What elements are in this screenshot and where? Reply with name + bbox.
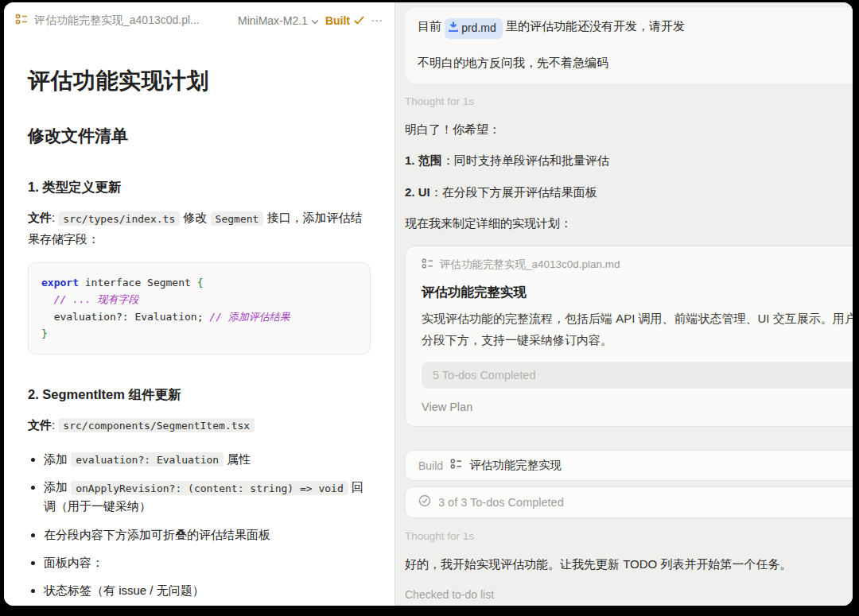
check-icon	[354, 14, 364, 27]
plan-card-desc-line-2: 分段下方，支持一键采纳修订内容。	[422, 329, 853, 351]
bold-text-run: 文件	[28, 418, 52, 432]
plan-card-header: 评估功能完整实现_a4013c0d.plan.md	[422, 258, 853, 272]
file-download-icon	[449, 19, 458, 37]
assistant-message: 好的，我开始实现评估功能。让我先更新 TODO 列表并开始第一个任务。	[405, 555, 853, 573]
assistant-message: 明白了！你希望：	[405, 120, 853, 138]
doc-subsection-2-heading: 2. SegmentItem 组件更新	[28, 386, 371, 404]
code-brace-open: {	[197, 277, 204, 289]
inline-code: evaluation?: Evaluation	[71, 452, 223, 467]
plan-filename: 评估功能完整实现_a4013c0d.pl...	[34, 14, 200, 28]
file-reference-chip[interactable]: prd.md	[445, 18, 503, 39]
plan-card-desc-line-1: 实现评估功能的完整流程，包括后端 API 调用、前端状态管理、UI 交互展示。用…	[422, 308, 853, 329]
doc-title: 评估功能实现计划	[28, 66, 371, 96]
checklist-icon	[450, 458, 462, 473]
text-run: 里的评估功能还没有开发，请开发	[503, 19, 685, 33]
chat-column: 目前 prd.md 里的评估功能还没有开发，请开发 不明白的地方反问我，先不着急…	[405, 7, 853, 606]
checked-todo-toggle[interactable]: Checked to-do list	[405, 588, 853, 601]
inline-code: onApplyRevision?: (content: string) => v…	[71, 481, 348, 495]
inline-code: src/types/index.ts	[58, 211, 180, 226]
bold-text-run: 1. 范围	[405, 153, 442, 167]
inline-code: src/components/SegmentItem.tsx	[58, 418, 255, 432]
checklist-icon	[422, 258, 433, 272]
text-run: 属性	[223, 452, 251, 466]
text-run: 添加	[44, 452, 71, 466]
build-status-button[interactable]: Built	[325, 14, 364, 27]
user-message-line-2: 不明白的地方反问我，先不着急编码	[418, 54, 853, 72]
list-item: 添加 onApplyRevision?: (content: string) =…	[44, 478, 371, 517]
user-message-line-1: 目前 prd.md 里的评估功能还没有开发，请开发	[418, 17, 853, 39]
bold-text-run: 文件	[28, 211, 52, 224]
checklist-icon	[15, 13, 28, 29]
thought-toggle-1[interactable]: Thought for 1s	[405, 95, 853, 107]
todos-completed-label: 3 of 3 To-dos Completed	[438, 496, 564, 509]
plan-card[interactable]: 评估功能完整实现_a4013c0d.plan.md 评估功能完整实现 实现评估功…	[405, 246, 853, 427]
code-comment-2: // 添加评估结果	[209, 311, 290, 323]
code-text: evaluation?: Evaluation;	[54, 311, 210, 323]
chat-panel: 目前 prd.md 里的评估功能还没有开发，请开发 不明白的地方反问我，先不着急…	[395, 2, 853, 606]
circle-check-icon	[418, 494, 431, 510]
todos-completed-pill[interactable]: 3 of 3 To-dos Completed	[405, 486, 853, 518]
plan-card-filename: 评估功能完整实现_a4013c0d.plan.md	[440, 258, 620, 272]
plan-card-title: 评估功能完整实现	[422, 284, 853, 301]
doc-file-paragraph-2: 文件: src/components/SegmentItem.tsx	[28, 414, 371, 436]
more-menu-button[interactable]: ⋯	[371, 14, 383, 28]
code-text: interface Segment	[79, 277, 197, 289]
code-keyword: export	[41, 277, 79, 289]
build-status-label: Built	[325, 14, 350, 27]
text-run: ：同时支持单段评估和批量评估	[442, 153, 609, 167]
text-run: 添加	[44, 480, 71, 494]
user-message-bubble: 目前 prd.md 里的评估功能还没有开发，请开发 不明白的地方反问我，先不着急…	[405, 7, 853, 83]
list-item: 在分段内容下方添加可折叠的评估结果面板	[44, 525, 371, 544]
code-brace-close: }	[41, 327, 48, 339]
plan-document-panel: 评估功能完整实现_a4013c0d.pl... MiniMax-M2.1 Bui…	[4, 2, 395, 606]
list-item: 面板内容：	[44, 553, 371, 572]
text-run: 目前	[418, 19, 445, 33]
assistant-message: 1. 范围：同时支持单段评估和批量评估	[405, 151, 853, 169]
file-chip-label: prd.md	[461, 20, 496, 37]
plan-document-header: 评估功能完整实现_a4013c0d.pl... MiniMax-M2.1 Bui…	[4, 2, 395, 39]
app-window: 评估功能完整实现_a4013c0d.pl... MiniMax-M2.1 Bui…	[4, 2, 853, 606]
doc-file-paragraph-1: 文件: src/types/index.ts 修改 Segment 接口，添加评…	[28, 207, 371, 250]
thought-toggle-2[interactable]: Thought for 1s	[405, 530, 853, 542]
build-pill[interactable]: Build 评估功能完整实现	[405, 450, 853, 481]
inline-code: Segment	[211, 211, 264, 226]
model-name: MiniMax-M2.1	[238, 14, 308, 27]
assistant-message: 2. UI：在分段下方展开评估结果面板	[405, 183, 853, 201]
build-pill-label: Build	[418, 459, 443, 472]
text-run: 状态标签（有 issue / 无问题）	[44, 583, 204, 597]
list-item: 状态标签（有 issue / 无问题）	[44, 581, 371, 600]
build-pill-title: 评估功能完整实现	[469, 458, 562, 473]
view-plan-link[interactable]: View Plan	[422, 401, 853, 413]
text-run: 面板内容：	[44, 556, 103, 569]
code-block: export interface Segment {// ... 现有字段eva…	[28, 262, 371, 354]
text-run: ：在分段下方展开评估结果面板	[430, 185, 597, 199]
plan-document-body: 评估功能实现计划 修改文件清单 1. 类型定义更新 文件: src/types/…	[4, 39, 395, 606]
bold-text-run: 2. UI	[405, 185, 430, 199]
doc-subsection-1-heading: 1. 类型定义更新	[28, 179, 371, 196]
code-comment-1: // ... 现有字段	[54, 293, 139, 305]
assistant-message: 现在我来制定详细的实现计划：	[405, 214, 853, 232]
model-selector[interactable]: MiniMax-M2.1	[238, 14, 319, 27]
text-run: 修改	[180, 211, 210, 224]
chevron-down-icon	[311, 14, 319, 27]
list-item: 添加 evaluation?: Evaluation 属性	[44, 450, 371, 469]
doc-section-heading: 修改文件清单	[28, 125, 371, 147]
todo-summary-bar[interactable]: 5 To-dos Completed	[422, 362, 853, 389]
text-run: 在分段内容下方添加可折叠的评估结果面板	[44, 528, 270, 541]
doc-bullet-list: 添加 evaluation?: Evaluation 属性添加 onApplyR…	[28, 450, 371, 606]
plan-card-description: 实现评估功能的完整流程，包括后端 API 调用、前端状态管理、UI 交互展示。用…	[422, 308, 853, 351]
